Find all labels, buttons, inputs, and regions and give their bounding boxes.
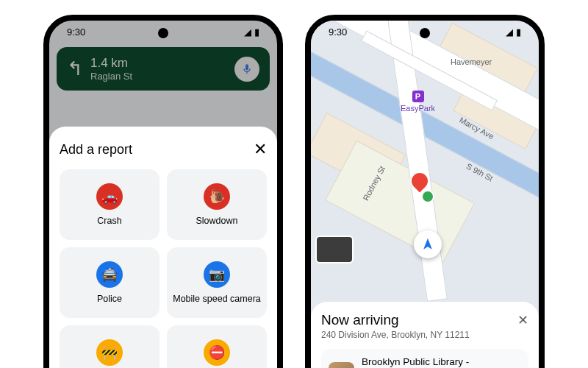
status-time: 9:30: [329, 26, 347, 38]
construction-icon: 🚧: [96, 339, 123, 366]
crash-icon: 🚗: [96, 183, 123, 210]
slowdown-icon: 🐌: [204, 183, 230, 210]
place-pin-icon[interactable]: [421, 190, 434, 203]
map-label-havemeyer: Havemeyer: [451, 57, 492, 66]
place-name: Brooklyn Public Library - Williamsburg B…: [362, 356, 521, 368]
close-button[interactable]: ✕: [517, 312, 528, 328]
sheet-title: Add a report: [60, 142, 132, 158]
report-tile-construction[interactable]: 🚧Construction: [60, 325, 159, 368]
report-tile-speed-camera[interactable]: 📷Mobile speed camera: [167, 247, 267, 318]
speed-camera-icon: 📷: [204, 261, 230, 288]
status-time: 9:30: [67, 26, 85, 38]
close-button[interactable]: ✕: [254, 140, 267, 159]
status-icons: ◢ ▮: [244, 26, 259, 38]
report-label: Mobile speed camera: [173, 294, 261, 304]
parking-icon: P: [412, 91, 424, 102]
arrival-address: 240 Division Ave, Brooklyn, NY 11211: [321, 330, 470, 340]
report-tile-police[interactable]: 🚔Police: [60, 247, 159, 318]
place-thumbnail: [329, 362, 354, 368]
report-tile-lane-closure[interactable]: ⛔Lane closure: [167, 325, 267, 368]
report-tile-slowdown[interactable]: 🐌Slowdown: [167, 169, 267, 240]
nav-arrow-icon: [420, 237, 435, 252]
arrival-title: Now arriving: [321, 312, 470, 328]
phone-right: 9:30 ◢ ▮ Havemeyer Marcy Ave Rodney St S…: [305, 15, 545, 368]
current-location-marker[interactable]: [414, 230, 442, 258]
police-icon: 🚔: [96, 261, 123, 288]
report-sheet: Add a report ✕ 🚗Crash🐌Slowdown🚔Police📷Mo…: [49, 127, 277, 368]
report-tile-crash[interactable]: 🚗Crash: [60, 169, 159, 240]
status-icons: ◢ ▮: [506, 26, 521, 38]
arrival-sheet: Now arriving 240 Division Ave, Brooklyn,…: [311, 302, 539, 368]
street-view-thumbnail[interactable]: [315, 236, 354, 263]
camera-cutout: [420, 28, 430, 38]
report-label: Police: [97, 294, 122, 304]
lane-closure-icon: ⛔: [204, 339, 230, 366]
phone-left: 9:30 ◢ ▮ ↰ 1.4 km Raglan St Add a report…: [43, 15, 283, 368]
place-card[interactable]: Brooklyn Public Library - Williamsburg B…: [321, 349, 528, 368]
report-label: Crash: [97, 216, 121, 226]
camera-cutout: [158, 28, 168, 38]
report-label: Slowdown: [196, 216, 238, 226]
poi-easypark[interactable]: P EasyPark: [401, 91, 435, 113]
